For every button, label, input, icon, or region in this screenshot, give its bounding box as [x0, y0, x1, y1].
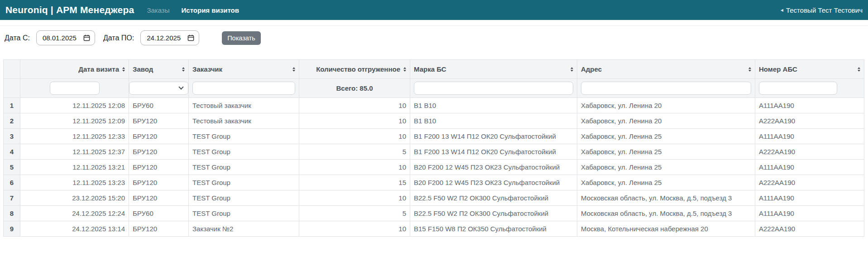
show-button[interactable]: Показать	[222, 31, 261, 45]
cell-plant: БРУ120	[129, 129, 189, 144]
row-number: 9	[4, 221, 20, 237]
cell-quantity: 10	[299, 221, 410, 237]
row-number: 6	[4, 175, 20, 190]
cell-abs-number: A222AA190	[755, 144, 864, 160]
filter-customer-input[interactable]	[192, 82, 295, 95]
cell-quantity: 5	[299, 206, 410, 221]
header-index	[4, 60, 20, 79]
header-visit-date[interactable]: Дата визита	[20, 60, 129, 79]
sort-icon[interactable]	[182, 67, 185, 72]
cell-address: Хабаровск, ул. Ленина 20	[577, 113, 755, 129]
cell-mark: B1 B10	[410, 98, 577, 113]
cell-visit-date: 24.12.2025 13:14	[20, 221, 129, 237]
visit-history-table: Дата визита Завод Заказчик Количество от…	[3, 59, 865, 237]
cell-quantity: 10	[299, 113, 410, 129]
date-to-input[interactable]: 24.12.2025	[140, 30, 199, 45]
sort-icon[interactable]	[858, 67, 860, 72]
table-row: 1 12.11.2025 12:08 БРУ60 Тестовый заказч…	[4, 98, 864, 113]
table-body: 1 12.11.2025 12:08 БРУ60 Тестовый заказч…	[4, 98, 864, 237]
cell-plant: БРУ60	[129, 206, 189, 221]
row-number: 7	[4, 190, 20, 206]
header-quantity[interactable]: Количество отгруженное	[299, 60, 410, 79]
sort-icon[interactable]	[571, 67, 573, 72]
cell-plant: БРУ120	[129, 113, 189, 129]
cell-visit-date: 12.11.2025 12:08	[20, 98, 129, 113]
cell-plant: БРУ120	[129, 221, 189, 237]
nav-item-visit-history[interactable]: История визитов	[182, 6, 239, 14]
nav-item-orders[interactable]: Заказы	[147, 6, 169, 14]
calendar-icon[interactable]	[83, 34, 90, 41]
cell-mark: B1 B10	[410, 113, 577, 129]
cell-quantity: 10	[299, 190, 410, 206]
cell-quantity: 10	[299, 160, 410, 175]
table-row: 7 23.12.2025 15:20 БРУ120 TEST Group 10 …	[4, 190, 864, 206]
date-to-label: Дата ПО:	[103, 34, 134, 42]
cell-visit-date: 23.12.2025 15:20	[20, 190, 129, 206]
table-filter-row: Всего: 85.0	[4, 79, 864, 98]
filter-index-cell	[4, 79, 20, 98]
cell-visit-date: 12.11.2025 13:23	[20, 175, 129, 190]
app-title[interactable]: Neuroniq | АРМ Менеджера	[5, 5, 134, 15]
cell-address: Москва, Котельническая набережная 20	[577, 221, 755, 237]
cell-address: Московская область, ул. Москва, д.5, под…	[577, 190, 755, 206]
date-from-label: Дата С:	[5, 34, 30, 42]
cell-mark: B1 F200 13 W14 П12 ОК20 Сульфатостойкий	[410, 129, 577, 144]
cell-quantity: 10	[299, 129, 410, 144]
header-plant[interactable]: Завод	[129, 60, 189, 79]
cell-abs-number: A222AA190	[755, 221, 864, 237]
row-number: 3	[4, 129, 20, 144]
filter-abs-number-input[interactable]	[759, 82, 837, 95]
cell-visit-date: 12.11.2025 13:21	[20, 160, 129, 175]
table-row: 9 24.12.2025 13:14 БРУ120 Закзачик №2 10…	[4, 221, 864, 237]
filter-mark-input[interactable]	[414, 82, 573, 95]
cell-customer: TEST Group	[189, 175, 299, 190]
sort-icon[interactable]	[748, 67, 751, 72]
cell-plant: БРУ120	[129, 175, 189, 190]
date-from-input[interactable]: 08.01.2025	[36, 30, 95, 45]
cell-address: Хабаровск, ул. Ленина 25	[577, 175, 755, 190]
cell-customer: TEST Group	[189, 190, 299, 206]
table-row: 6 12.11.2025 13:23 БРУ120 TEST Group 15 …	[4, 175, 864, 190]
cell-customer: TEST Group	[189, 144, 299, 160]
cell-visit-date: 24.12.2025 12:24	[20, 206, 129, 221]
cell-address: Московская область, ул. Москва, д.5, под…	[577, 206, 755, 221]
cell-customer: TEST Group	[189, 160, 299, 175]
row-number: 4	[4, 144, 20, 160]
cell-plant: БРУ120	[129, 160, 189, 175]
cell-abs-number: A111AA190	[755, 190, 864, 206]
cell-mark: B22.5 F50 W2 П2 ОК300 Сульфатостойкий	[410, 190, 577, 206]
sort-icon[interactable]	[293, 67, 295, 72]
cell-abs-number: A111AA190	[755, 129, 864, 144]
cell-customer: Закзачик №2	[189, 221, 299, 237]
header-mark[interactable]: Марка БС	[410, 60, 577, 79]
filter-address-input[interactable]	[581, 82, 751, 95]
row-number: 1	[4, 98, 20, 113]
cell-abs-number: A222AA190	[755, 175, 864, 190]
filter-visit-date-input[interactable]	[50, 82, 100, 95]
cell-visit-date: 12.11.2025 12:37	[20, 144, 129, 160]
header-customer[interactable]: Заказчик	[189, 60, 299, 79]
cell-mark: B15 F150 W8 П2 ОК350 Сульфатостойкий	[410, 221, 577, 237]
cell-plant: БРУ120	[129, 144, 189, 160]
cell-mark: B1 F200 13 W14 П12 ОК20 Сульфатостойкий	[410, 144, 577, 160]
user-menu[interactable]: ◀ Тестовый Тест Тестович	[781, 6, 863, 14]
main-nav: Заказы История визитов	[147, 6, 239, 14]
cell-address: Хабаровск, ул. Ленина 25	[577, 144, 755, 160]
table-row: 2 12.11.2025 12:09 БРУ120 Тестовый заказ…	[4, 113, 864, 129]
cell-mark: B20 F200 12 W45 П23 ОК23 Сульфатостойкий	[410, 175, 577, 190]
filter-plant-select[interactable]	[129, 82, 188, 95]
sort-icon[interactable]	[403, 67, 406, 72]
cell-customer: TEST Group	[189, 206, 299, 221]
cell-customer: Тестовый заказчик	[189, 113, 299, 129]
calendar-icon[interactable]	[187, 34, 194, 41]
row-number: 2	[4, 113, 20, 129]
date-filter-bar: Дата С: 08.01.2025 Дата ПО: 24.12.2025 П…	[5, 30, 868, 45]
header-address[interactable]: Адрес	[577, 60, 755, 79]
cell-plant: БРУ120	[129, 190, 189, 206]
cell-customer: Тестовый заказчик	[189, 98, 299, 113]
table-row: 3 12.11.2025 12:33 БРУ120 TEST Group 10 …	[4, 129, 864, 144]
header-abs-number[interactable]: Номер АБС	[755, 60, 864, 79]
row-number: 5	[4, 160, 20, 175]
table-row: 8 24.12.2025 12:24 БРУ60 TEST Group 5 B2…	[4, 206, 864, 221]
sort-icon[interactable]	[122, 67, 125, 72]
